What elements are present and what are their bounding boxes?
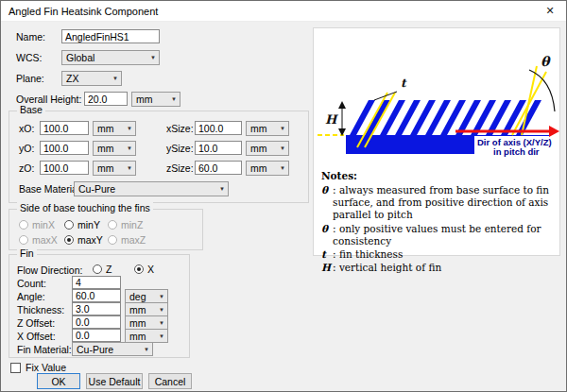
radio-label: minY	[77, 219, 100, 230]
radio-circle	[93, 264, 102, 274]
radio-label: minZ	[121, 219, 143, 230]
overall-height-unit-value: mm	[136, 94, 153, 105]
pitch-axis-arrowhead	[549, 126, 559, 137]
z-offset-unit-value: mm	[129, 317, 146, 329]
zo-label: zO:	[19, 162, 34, 174]
note-symbol: θ	[321, 184, 333, 221]
zsize-unit-value: mm	[250, 162, 267, 174]
side-group: Side of base touching the fins minX minY…	[9, 209, 203, 250]
radio-label: minX	[32, 219, 55, 230]
thickness-unit-select[interactable]: mm ▼	[125, 302, 168, 316]
note-text: : fin thickness	[333, 248, 403, 261]
fin-group-title: Fin	[17, 247, 37, 259]
radio-circle	[19, 220, 28, 230]
use-default-button[interactable]: Use Default	[86, 373, 143, 389]
x-offset-label: X Offset:	[17, 331, 56, 342]
pitch-direction-label: in pitch dir	[493, 146, 540, 157]
xsize-input[interactable]	[195, 121, 242, 135]
note-item: θ : only positive values must be entered…	[321, 223, 554, 247]
angle-unit-select[interactable]: deg ▼	[125, 289, 168, 303]
wcs-select[interactable]: Global ▼	[61, 50, 160, 65]
plane-value: ZX	[66, 73, 78, 84]
xo-unit-select[interactable]: mm ▼	[93, 121, 136, 136]
name-label: Name:	[16, 31, 45, 43]
chevron-down-icon: ▼	[124, 126, 135, 131]
notes-title: Notes:	[321, 170, 554, 182]
angle-input[interactable]	[72, 289, 121, 302]
window-title: Angled Fin Heatsink Component	[1, 6, 158, 17]
chevron-down-icon: ▼	[216, 186, 228, 192]
count-label: Count:	[17, 278, 46, 289]
dialog-window: Angled Fin Heatsink Component ✕ Name: WC…	[0, 0, 567, 392]
ysize-unit-value: mm	[250, 143, 267, 154]
fix-value-checkbox[interactable]: Fix Value	[10, 362, 66, 373]
checkbox-box	[10, 363, 21, 373]
z-offset-input[interactable]	[72, 315, 121, 329]
chevron-down-icon: ▼	[110, 76, 121, 81]
ysize-input[interactable]	[195, 141, 242, 155]
name-input[interactable]	[61, 29, 160, 43]
base-material-value: Cu-Pure	[78, 183, 115, 195]
chevron-down-icon: ▼	[156, 320, 167, 326]
radio-flow-x[interactable]: X	[134, 264, 154, 275]
ysize-label: ySize:	[166, 143, 194, 154]
zo-unit-value: mm	[97, 162, 114, 174]
xsize-unit-select[interactable]: mm ▼	[246, 121, 289, 136]
radio-label: maxX	[32, 234, 58, 246]
zo-input[interactable]	[40, 161, 89, 175]
ysize-unit-select[interactable]: mm ▼	[246, 141, 289, 156]
plane-select[interactable]: ZX ▼	[61, 71, 122, 86]
close-icon: ✕	[545, 5, 554, 17]
radio-flow-z[interactable]: Z	[93, 264, 112, 275]
xsize-unit-value: mm	[250, 123, 267, 134]
ok-button[interactable]: OK	[37, 373, 80, 389]
close-button[interactable]: ✕	[534, 1, 566, 22]
fin-material-select[interactable]: Cu-Pure ▼	[72, 342, 153, 356]
angle-unit-value: deg	[129, 291, 146, 302]
zo-unit-select[interactable]: mm ▼	[93, 161, 136, 176]
t-label: t	[401, 77, 407, 90]
radio-maxy[interactable]: maxY	[64, 234, 103, 246]
chevron-down-icon: ▼	[124, 165, 135, 171]
wcs-value: Global	[66, 52, 94, 63]
chevron-down-icon: ▼	[124, 145, 135, 151]
note-symbol: t	[321, 248, 333, 261]
base-group-title: Base	[17, 104, 45, 115]
note-item: θ : always measured from base surface to…	[321, 184, 554, 221]
yo-input[interactable]	[40, 141, 89, 155]
note-symbol: H	[321, 262, 333, 274]
x-offset-unit-select[interactable]: mm ▼	[125, 329, 168, 343]
z-offset-unit-select[interactable]: mm ▼	[125, 315, 168, 330]
xsize-label: xSize:	[166, 123, 194, 134]
notes-section: Notes: θ : always measured from base sur…	[321, 170, 554, 274]
x-offset-input[interactable]	[72, 329, 121, 342]
xo-input[interactable]	[40, 121, 89, 135]
count-input[interactable]	[72, 276, 121, 289]
cancel-button[interactable]: Cancel	[148, 373, 192, 389]
fin-material-value: Cu-Pure	[77, 344, 113, 355]
note-item: t : fin thickness	[321, 248, 554, 261]
radio-label: maxZ	[121, 234, 146, 246]
yo-unit-select[interactable]: mm ▼	[93, 141, 136, 156]
thickness-unit-value: mm	[129, 304, 146, 315]
xo-unit-value: mm	[97, 123, 114, 134]
base-material-select[interactable]: Cu-Pure ▼	[74, 181, 229, 196]
note-text: : always measured from base surface to f…	[333, 184, 554, 221]
zsize-input[interactable]	[195, 161, 242, 175]
chevron-down-icon: ▼	[156, 294, 167, 299]
fin-diagram: θ t H Dir of axis (X/Y/Z) in pitch dir	[314, 28, 559, 168]
radio-label: maxY	[77, 234, 103, 246]
chevron-down-icon: ▼	[168, 96, 180, 102]
note-text: : vertical height of fin	[333, 262, 441, 274]
thickness-label: Thickness:	[17, 304, 64, 315]
overall-height-input[interactable]	[84, 92, 128, 106]
radio-minz: minZ	[108, 219, 143, 230]
overall-height-unit-select[interactable]: mm ▼	[131, 92, 180, 107]
zsize-unit-select[interactable]: mm ▼	[246, 161, 289, 176]
radio-miny[interactable]: minY	[64, 219, 100, 230]
chevron-down-icon: ▼	[141, 347, 152, 352]
thickness-input[interactable]	[72, 302, 121, 315]
h-label: H	[325, 112, 339, 127]
chevron-down-icon: ▼	[156, 307, 167, 313]
fix-value-label: Fix Value	[26, 362, 66, 373]
